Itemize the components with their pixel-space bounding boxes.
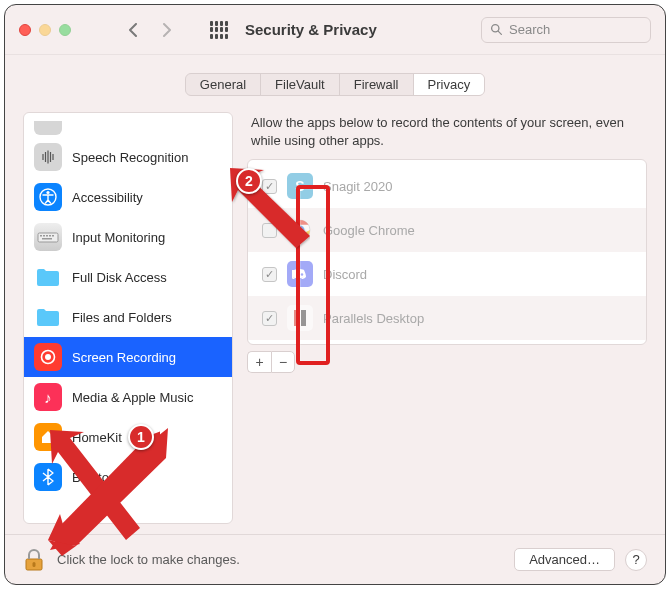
app-name: Parallels Desktop	[323, 311, 424, 326]
sidebar-item-label: Media & Apple Music	[72, 390, 193, 405]
sidebar-item-label: Input Monitoring	[72, 230, 165, 245]
sidebar-item-speech[interactable]: Speech Recognition	[24, 137, 232, 177]
apps-grid-icon[interactable]	[207, 18, 231, 42]
app-row-chrome[interactable]: Google Chrome	[248, 208, 646, 252]
record-icon	[34, 343, 62, 371]
sidebar-item-accessibility[interactable]: Accessibility	[24, 177, 232, 217]
keyboard-icon	[34, 223, 62, 251]
svg-rect-13	[49, 235, 51, 237]
lock-icon[interactable]	[23, 548, 47, 572]
svg-point-17	[45, 354, 51, 360]
sidebar-item-input-monitoring[interactable]: Input Monitoring	[24, 217, 232, 257]
zoom-dot[interactable]	[59, 24, 71, 36]
description-text: Allow the apps below to record the conte…	[247, 112, 647, 159]
sidebar-item-label: Screen Recording	[72, 350, 176, 365]
svg-rect-9	[38, 233, 58, 242]
traffic-lights	[19, 24, 71, 36]
svg-rect-25	[33, 562, 36, 567]
svg-point-21	[301, 273, 303, 275]
close-dot[interactable]	[19, 24, 31, 36]
app-row-parallels[interactable]: ✓ Parallels Desktop	[248, 296, 646, 340]
sidebar-item-label: Bluetooth	[72, 470, 127, 485]
remove-button[interactable]: −	[271, 351, 295, 373]
add-button[interactable]: +	[247, 351, 271, 373]
tab-privacy[interactable]: Privacy	[414, 74, 485, 95]
forward-button[interactable]	[155, 18, 179, 42]
sidebar-item-placeholder[interactable]	[24, 119, 232, 137]
window: Security & Privacy Search General FileVa…	[4, 4, 666, 585]
tab-general[interactable]: General	[186, 74, 261, 95]
app-name: Discord	[323, 267, 367, 282]
svg-rect-22	[294, 310, 299, 326]
svg-point-8	[46, 191, 49, 194]
mic-icon	[34, 143, 62, 171]
accessibility-icon	[34, 183, 62, 211]
checkbox-parallels[interactable]: ✓	[262, 311, 277, 326]
bluetooth-icon	[34, 463, 62, 491]
svg-rect-23	[301, 310, 306, 326]
parallels-icon	[287, 305, 313, 331]
home-icon	[34, 423, 62, 451]
advanced-button[interactable]: Advanced…	[514, 548, 615, 571]
svg-point-20	[297, 273, 299, 275]
svg-rect-10	[40, 235, 42, 237]
tab-filevault[interactable]: FileVault	[261, 74, 340, 95]
sidebar-item-files-folders[interactable]: Files and Folders	[24, 297, 232, 337]
back-button[interactable]	[121, 18, 145, 42]
app-row-snagit[interactable]: ✓ S Snagit 2020	[248, 164, 646, 208]
tab-firewall[interactable]: Firewall	[340, 74, 414, 95]
svg-line-1	[498, 31, 501, 34]
search-icon	[490, 23, 503, 36]
sidebar-item-media-music[interactable]: ♪ Media & Apple Music	[24, 377, 232, 417]
placeholder-icon	[34, 121, 62, 135]
search-placeholder: Search	[509, 22, 550, 37]
sidebar-item-label: HomeKit	[72, 430, 122, 445]
sidebar-item-label: Speech Recognition	[72, 150, 188, 165]
svg-rect-12	[46, 235, 48, 237]
sidebar-item-bluetooth[interactable]: Bluetooth	[24, 457, 232, 497]
folder-icon	[34, 303, 62, 331]
sidebar-item-label: Full Disk Access	[72, 270, 167, 285]
checkbox-discord[interactable]: ✓	[262, 267, 277, 282]
sidebar-item-homekit[interactable]: HomeKit	[24, 417, 232, 457]
svg-rect-11	[43, 235, 45, 237]
sidebar-item-label: Files and Folders	[72, 310, 172, 325]
snagit-icon: S	[287, 173, 313, 199]
right-pane: Allow the apps below to record the conte…	[247, 112, 647, 524]
minimize-dot[interactable]	[39, 24, 51, 36]
search-field[interactable]: Search	[481, 17, 651, 43]
tabs-row: General FileVault Firewall Privacy	[5, 55, 665, 104]
sidebar: Speech Recognition Accessibility Input M…	[23, 112, 233, 524]
lock-text: Click the lock to make changes.	[57, 552, 240, 567]
sidebar-item-full-disk[interactable]: Full Disk Access	[24, 257, 232, 297]
app-name: Snagit 2020	[323, 179, 392, 194]
svg-rect-14	[52, 235, 54, 237]
music-icon: ♪	[34, 383, 62, 411]
chrome-icon	[287, 217, 313, 243]
checkbox-snagit[interactable]: ✓	[262, 179, 277, 194]
toolbar: Security & Privacy Search	[5, 5, 665, 55]
app-list: ✓ S Snagit 2020 Google Chrome ✓ D	[247, 159, 647, 345]
help-button[interactable]: ?	[625, 549, 647, 571]
content-panes: Speech Recognition Accessibility Input M…	[5, 104, 665, 534]
svg-rect-15	[42, 238, 52, 240]
footer: Click the lock to make changes. Advanced…	[5, 534, 665, 584]
tabs: General FileVault Firewall Privacy	[185, 73, 485, 96]
discord-icon	[287, 261, 313, 287]
checkbox-chrome[interactable]	[262, 223, 277, 238]
add-remove-segmented: + −	[247, 351, 647, 373]
app-row-discord[interactable]: ✓ Discord	[248, 252, 646, 296]
folder-icon	[34, 263, 62, 291]
window-title: Security & Privacy	[245, 21, 377, 38]
sidebar-item-screen-recording[interactable]: Screen Recording	[24, 337, 232, 377]
sidebar-item-label: Accessibility	[72, 190, 143, 205]
app-name: Google Chrome	[323, 223, 415, 238]
